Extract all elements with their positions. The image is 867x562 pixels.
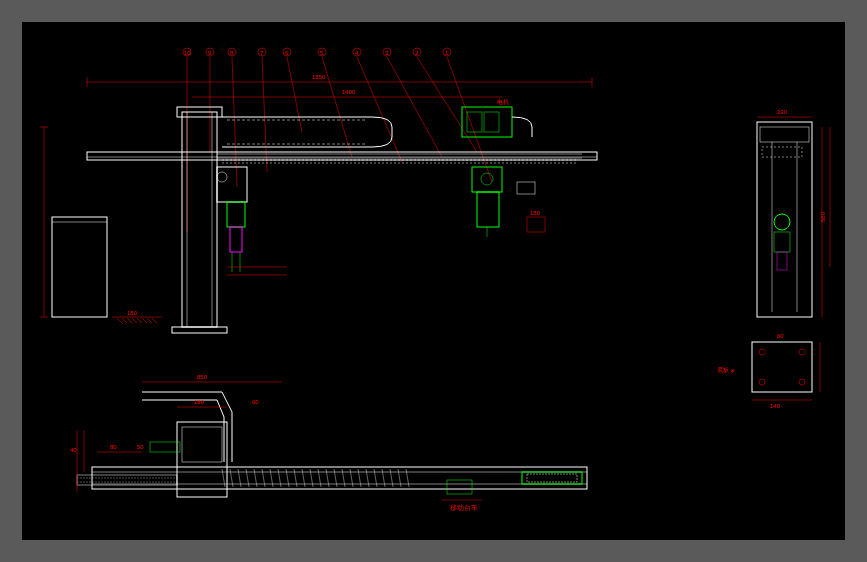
dim-overall-width: 1850 [312,74,326,80]
svg-line-9 [447,57,492,182]
svg-text:180: 180 [127,310,138,316]
svg-text:580: 580 [820,211,826,222]
svg-rect-91 [527,474,577,482]
svg-point-75 [759,379,765,385]
callout-1: 1 [445,50,449,56]
svg-point-76 [799,379,805,385]
arm-dim: 180 [530,210,541,216]
svg-text:850: 850 [197,374,208,380]
svg-rect-43 [230,227,242,252]
svg-line-5 [322,57,352,157]
svg-text:80: 80 [110,444,117,450]
svg-rect-53 [477,192,499,227]
svg-text:60: 60 [777,333,784,339]
svg-line-8 [417,57,477,152]
svg-line-7 [387,57,442,157]
svg-rect-85 [182,427,222,462]
svg-rect-63 [762,147,802,157]
svg-line-3 [262,57,267,172]
motor-label: 电机 [497,99,509,105]
callout-4: 4 [355,50,359,56]
svg-rect-38 [172,327,227,333]
top-view: 850 180 60 40 80 50 移动台车 [70,374,587,511]
callout-8: 8 [230,50,234,56]
svg-rect-24 [52,217,107,317]
callout-5: 5 [320,50,324,56]
svg-text:230: 230 [777,109,788,115]
svg-rect-50 [484,112,499,132]
drawing-svg: 10 9 8 7 6 5 4 3 2 1 1850 1400 [22,22,845,540]
callout-2: 2 [415,50,419,56]
svg-point-73 [759,349,765,355]
callout-7: 7 [260,50,264,56]
callout-6: 6 [285,50,289,56]
callout-10: 10 [184,50,191,56]
svg-rect-66 [777,252,787,270]
front-view: 10 9 8 7 6 5 4 3 2 1 1850 1400 [40,48,597,333]
svg-text:140: 140 [770,403,781,409]
svg-point-52 [481,173,493,185]
svg-rect-51 [472,167,502,192]
callout-3: 3 [385,50,389,56]
svg-rect-59 [757,122,812,317]
svg-rect-65 [774,232,790,252]
svg-rect-81 [92,467,587,489]
callout-leaders: 10 9 8 7 6 5 4 3 2 1 [183,48,492,232]
svg-rect-56 [527,217,545,232]
svg-text:40: 40 [70,447,77,453]
base-label: 底板 φ [717,366,735,373]
rail-top-hatch [222,469,409,487]
svg-rect-84 [177,422,227,497]
svg-point-74 [799,349,805,355]
svg-text:50: 50 [137,444,144,450]
svg-text:180: 180 [194,399,205,405]
dim-beam: 1400 [342,89,356,95]
svg-point-64 [774,214,790,230]
svg-rect-48 [462,107,512,137]
svg-rect-86 [150,442,180,452]
svg-point-41 [217,172,227,182]
cad-canvas: 10 9 8 7 6 5 4 3 2 1 1850 1400 [22,22,845,540]
carriage-label: 移动台车 [450,504,478,511]
svg-rect-42 [227,202,245,227]
svg-rect-55 [517,182,535,194]
callout-9: 9 [208,50,212,56]
svg-rect-29 [87,152,597,160]
svg-rect-49 [467,112,482,132]
svg-text:60: 60 [252,399,259,405]
side-view: 580 230 140 底板 φ 60 [717,109,830,409]
svg-rect-72 [752,342,812,392]
svg-rect-60 [760,127,809,142]
svg-line-4 [287,57,302,132]
svg-rect-92 [447,480,472,494]
